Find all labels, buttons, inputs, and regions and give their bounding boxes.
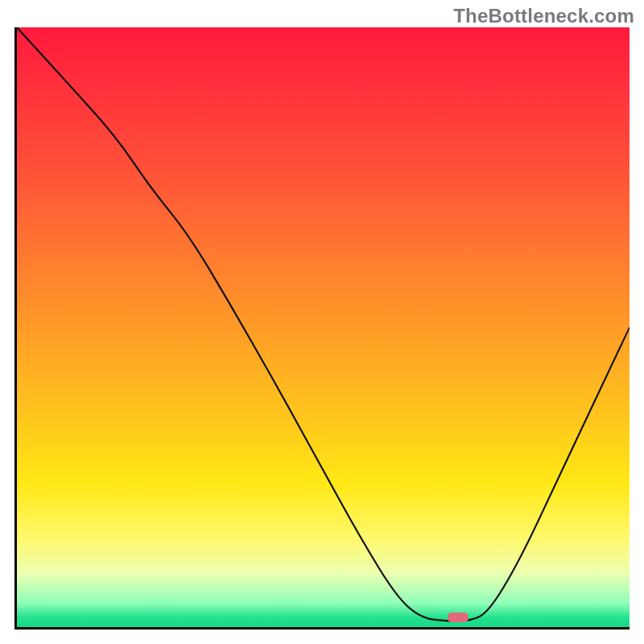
plot-area <box>14 27 630 630</box>
chart-svg <box>17 27 630 627</box>
bottleneck-curve <box>17 27 630 621</box>
watermark-text: TheBottleneck.com <box>453 5 634 27</box>
page-root: TheBottleneck.com <box>0 0 644 644</box>
optimum-marker <box>448 613 469 622</box>
